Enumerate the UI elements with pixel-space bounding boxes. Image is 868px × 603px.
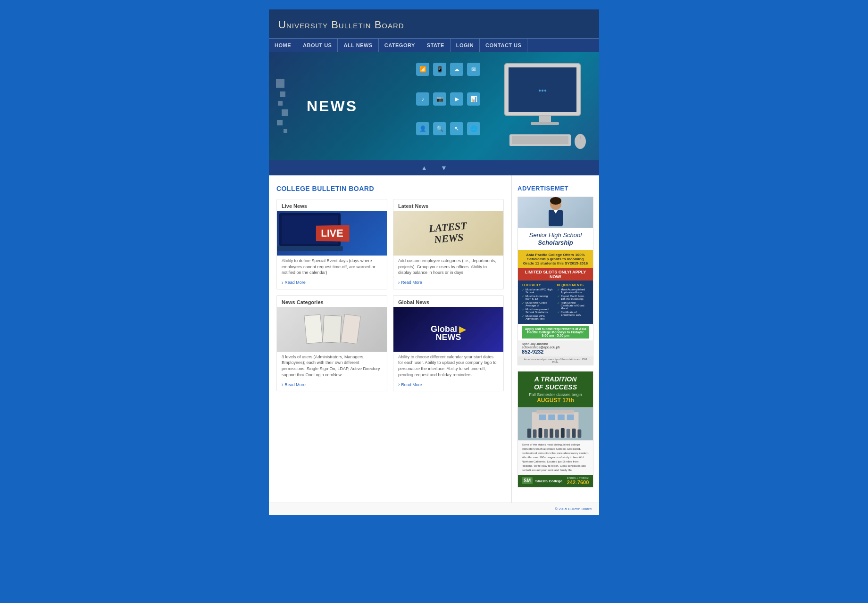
ad-scholarship: Senior High SchoolScholarship Asia Pacif… xyxy=(517,197,593,365)
nav-item-category[interactable]: CATEGORY xyxy=(379,39,421,52)
nav-item-state[interactable]: STATE xyxy=(421,39,451,52)
svg-rect-21 xyxy=(558,414,565,420)
card-global-news-readmore[interactable]: › Read More xyxy=(393,380,503,391)
card-latest-news-image: LATESTNEWS xyxy=(393,211,503,256)
card-live-news-title: Live News xyxy=(277,199,387,211)
ad-sch-elig-1: ✓Must be an APC High School xyxy=(522,288,554,294)
card-news-categories-readmore-label: Read More xyxy=(284,382,306,387)
card-news-categories-title: News Categories xyxy=(277,296,387,307)
icon-video: ▶ xyxy=(450,92,463,106)
svg-rect-32 xyxy=(577,430,581,438)
global-news-graphic: Global ▶ NEWS xyxy=(393,307,503,352)
ad-sch-elig-3: ✓Must have Grade Average of xyxy=(522,301,554,307)
svg-rect-22 xyxy=(567,414,574,420)
content-area: COLLEGE BULLETIN BOARD Live News xyxy=(269,175,599,503)
ad-trad-phone: 242-7600 xyxy=(567,479,589,485)
hero-icons: 📶 📱 ☁ ✉ ♪ 📷 ▶ 📊 👤 🔍 ↖ 🌐 xyxy=(410,57,486,141)
ad-sch-contact: Ryan Jay Juanino scholarships@apc.edu.ph… xyxy=(518,340,593,356)
icon-phone: 📱 xyxy=(433,63,446,76)
card-global-news-image: Global ▶ NEWS xyxy=(393,307,503,352)
ad-person-image xyxy=(518,197,593,228)
ad-trad-sub: Fall Semester classes beginAUGUST 17th xyxy=(522,392,589,404)
ad-sch-footer: An educational partnership of Foundation… xyxy=(518,356,593,365)
card-news-categories-readmore[interactable]: › Read More xyxy=(277,380,387,391)
svg-rect-28 xyxy=(555,430,559,438)
main-content: COLLEGE BULLETIN BOARD Live News xyxy=(269,175,512,503)
card-global-news-readmore-label: Read More xyxy=(401,382,422,387)
svg-rect-25 xyxy=(538,428,542,438)
svg-rect-4 xyxy=(531,122,559,125)
ad-trad-body: Some of the state's most distinguished c… xyxy=(518,440,593,475)
latest-text: LATESTNEWS xyxy=(428,220,468,246)
ad-trad-title: A TRADITIONOF SUCCESS xyxy=(522,375,589,391)
global-news-label: NEWS xyxy=(393,332,503,342)
live-news-graphic: LIVE xyxy=(277,211,387,256)
card-latest-news-title: Latest News xyxy=(393,199,503,211)
ad-sch-limited: LIMITED SLOTS ONLY! APPLY NOW! xyxy=(518,268,593,281)
svg-point-13 xyxy=(550,197,561,205)
ad-trad-enroll-area: ENROLL TODAY! 242-7600 xyxy=(567,477,589,485)
newspaper-1 xyxy=(304,314,323,344)
readmore-arrow-4: › xyxy=(398,382,400,387)
card-latest-news-readmore[interactable]: › Read More xyxy=(393,278,503,289)
ad-sch-phone: 852-9232 xyxy=(522,349,589,355)
card-news-categories-desc: 3 levels of users (Administrators, Manag… xyxy=(277,352,387,380)
ad-trad-image xyxy=(518,407,593,440)
latest-news-graphic: LATESTNEWS xyxy=(393,211,503,256)
sidebar-heading: ADVERTISEMET xyxy=(517,185,593,192)
ad-sch-elig-2: ✓Must be incoming from K-12 xyxy=(522,295,554,300)
ad-sch-contact-name: Ryan Jay Juanino xyxy=(522,342,589,346)
nav-item-login[interactable]: LOGIN xyxy=(451,39,480,52)
slider-prev-button[interactable]: ▲ xyxy=(417,163,431,173)
hero-decoration xyxy=(276,52,288,160)
icon-cloud: ☁ xyxy=(450,63,463,76)
ad-sch-eligibility: ELIGIBILITY ✓Must be an APC High School … xyxy=(522,283,554,321)
ad-sch-title: Senior High SchoolScholarship xyxy=(522,231,589,246)
ad-trad-body-text: Some of the state's most distinguished c… xyxy=(522,443,589,472)
ad-sch-contact-info: scholarships@apc.edu.ph xyxy=(522,346,589,349)
footer-text: © 2015 Bulletin Board xyxy=(555,507,592,511)
card-latest-news: Latest News LATESTNEWS Add custom employ… xyxy=(393,199,504,289)
hero-banner: NEWS 📶 📱 ☁ ✉ ♪ 📷 ▶ 📊 👤 🔍 ↖ 🌐 xyxy=(269,52,599,160)
site-title: University Bulletin Board xyxy=(278,19,590,31)
svg-text:●●●: ●●● xyxy=(538,88,547,93)
icon-camera: 📷 xyxy=(433,92,446,106)
hero-monitor: ●●● xyxy=(500,59,590,155)
nav-bar: HOME ABOUT US ALL NEWS CATEGORY STATE LO… xyxy=(269,38,599,52)
card-live-news-readmore[interactable]: › Read More xyxy=(277,278,387,289)
nav-item-home[interactable]: HOME xyxy=(269,39,297,52)
svg-rect-26 xyxy=(544,429,548,438)
nav-item-contact[interactable]: CONTACT US xyxy=(480,39,527,52)
svg-rect-29 xyxy=(561,428,565,438)
newspaper-2 xyxy=(322,315,342,343)
slider-next-button[interactable]: ▼ xyxy=(437,163,451,173)
ad-sch-yellow: Asia Pacific College Offers 100% Scholar… xyxy=(518,250,593,268)
icon-magnifier: 🔍 xyxy=(433,122,446,135)
readmore-arrow: › xyxy=(282,280,283,285)
card-news-categories-image xyxy=(277,307,387,352)
main-section-heading: COLLEGE BULLETIN BOARD xyxy=(276,185,504,192)
card-live-news-readmore-label: Read More xyxy=(284,280,306,285)
svg-rect-30 xyxy=(567,429,570,438)
ad-sch-apply: Apply and submit requirements at Asia Pa… xyxy=(522,326,589,339)
readmore-arrow-3: › xyxy=(282,382,283,387)
svg-rect-11 xyxy=(277,246,343,251)
svg-rect-24 xyxy=(533,430,537,438)
card-latest-news-readmore-label: Read More xyxy=(401,280,422,285)
svg-rect-20 xyxy=(548,414,555,420)
sidebar: ADVERTISEMET xyxy=(512,175,599,503)
ad-trad-footer: SM Shasta College ENROLL TODAY! 242-7600 xyxy=(518,475,593,487)
ad-sch-body: ELIGIBILITY ✓Must be an APC High School … xyxy=(518,281,593,324)
ad-sch-requirements-title: REQUIREMENTS xyxy=(557,283,590,287)
svg-rect-23 xyxy=(527,429,531,438)
nav-item-about[interactable]: ABOUT US xyxy=(297,39,338,52)
ad-trad-enroll-label: ENROLL TODAY! xyxy=(567,477,589,479)
ad-sch-req-1: ✓Must Accomplished Application Form xyxy=(557,288,590,294)
card-live-news-image: LIVE xyxy=(277,211,387,256)
ad-trad-logo-badge: SM xyxy=(522,477,533,484)
card-live-news: Live News LIVE xyxy=(276,199,387,289)
nav-item-allnews[interactable]: ALL NEWS xyxy=(338,39,378,52)
ad-sch-eligibility-title: ELIGIBILITY xyxy=(522,283,554,287)
ad-sch-req-3: ✓High School Certificate of Good Moral xyxy=(557,301,590,310)
icon-globe: 🌐 xyxy=(467,122,480,135)
